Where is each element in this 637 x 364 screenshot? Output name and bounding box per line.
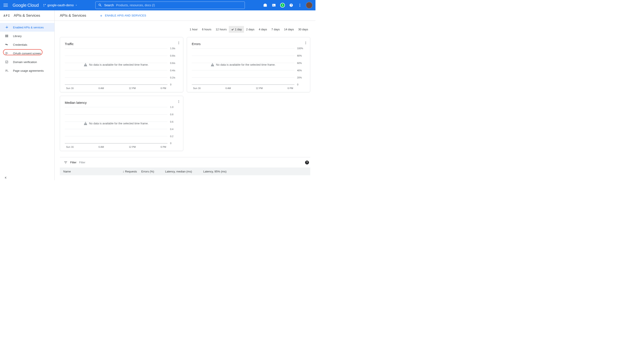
sidebar-item-label: Domain verification: [13, 60, 37, 64]
errors-chart-card: Errors 100% 80% 60% 40% 20% 0 No data is…: [187, 37, 310, 92]
sidebar-item-page-usage[interactable]: Page usage agreements: [0, 66, 54, 75]
time-range-1day[interactable]: 1 day: [229, 26, 244, 33]
sidebar-item-label: Library: [13, 34, 22, 38]
traffic-chart-body: 1.0/s 0.8/s 0.6/s 0.4/s 0.2/s 0 No data …: [65, 48, 178, 89]
help-icon[interactable]: [288, 2, 294, 8]
time-range-1hour[interactable]: 1 hour: [188, 26, 200, 33]
page-title: APIs & Services: [60, 14, 86, 18]
subheader: API APIs & Services APIs & Services ＋ EN…: [0, 10, 316, 21]
global-search[interactable]: Search Products, resources, docs (/): [95, 2, 245, 9]
main-content: 1 hour 6 hours 12 hours 1 day 2 days 4 d…: [54, 21, 316, 180]
latency-chart-card: Median latency 1.0 0.8 0.6 0.4 0.2 0 No …: [60, 96, 183, 151]
api-badge-icon: API: [4, 14, 10, 17]
hamburger-menu-icon[interactable]: [3, 2, 8, 8]
svg-rect-2: [4, 6, 8, 7]
y-tick: 1.0/s: [169, 47, 178, 50]
time-range-label: 4 days: [259, 28, 267, 31]
sidebar-item-enabled-apis[interactable]: Enabled APIs & services: [0, 23, 54, 32]
collapse-sidebar-icon[interactable]: [4, 176, 8, 180]
no-data-message: No data is available for the selected ti…: [65, 63, 168, 66]
chart-menu-icon[interactable]: [177, 41, 180, 45]
x-tick: Sun 16: [193, 87, 201, 90]
time-range-14days[interactable]: 14 days: [282, 26, 296, 33]
enable-apis-button[interactable]: ＋ ENABLE APIS AND SERVICES: [99, 14, 146, 18]
chart-title: Errors: [192, 42, 305, 46]
chevron-down-icon: [75, 4, 78, 6]
search-placeholder: Products, resources, docs (/): [116, 4, 155, 7]
project-selector[interactable]: google-oauth-demo: [43, 4, 78, 7]
time-range-label: 2 days: [246, 28, 254, 31]
col-latency-median[interactable]: Latency, median (ms): [165, 170, 203, 173]
no-data-message: No data is available for the selected ti…: [65, 122, 168, 125]
y-tick: 0.6/s: [169, 62, 178, 64]
library-icon: [5, 34, 9, 38]
more-vert-icon[interactable]: [297, 2, 302, 8]
svg-point-20: [178, 100, 179, 101]
google-cloud-logo[interactable]: Google Cloud: [12, 3, 39, 8]
svg-point-17: [306, 42, 306, 42]
time-range-4days[interactable]: 4 days: [256, 26, 269, 33]
svg-rect-11: [6, 35, 7, 37]
y-tick: 0: [169, 83, 178, 86]
sort-desc-icon: ↓: [123, 170, 124, 173]
filter-placeholder: Filter: [79, 161, 85, 164]
warning-icon: [211, 63, 214, 66]
svg-point-5: [44, 6, 44, 6]
svg-point-22: [178, 102, 179, 103]
topbar: Google Cloud google-oauth-demo Search Pr…: [0, 0, 316, 10]
sidebar-item-oauth-consent[interactable]: OAuth consent screen: [0, 49, 54, 58]
svg-point-3: [44, 4, 44, 5]
chart-menu-icon[interactable]: [177, 100, 180, 103]
time-range-label: 6 hours: [202, 28, 211, 31]
filter-bar[interactable]: Filter Filter ?: [60, 157, 310, 168]
cloud-shell-icon[interactable]: [271, 2, 276, 8]
warning-icon: [84, 63, 87, 66]
col-requests[interactable]: ↓Requests: [112, 170, 137, 173]
y-tick: 0.6: [169, 120, 178, 123]
x-tick: 12 PM: [129, 146, 136, 148]
svg-point-8: [300, 5, 300, 6]
svg-point-7: [300, 4, 300, 4]
time-range-30days[interactable]: 30 days: [296, 26, 310, 33]
x-tick: 12 PM: [256, 87, 263, 90]
y-tick: 40%: [296, 69, 305, 72]
chart-menu-icon[interactable]: [304, 41, 308, 45]
svg-point-4: [45, 4, 46, 5]
account-avatar[interactable]: [306, 2, 312, 8]
y-tick: 0: [296, 83, 305, 86]
y-tick: 0.8: [169, 113, 178, 116]
col-errors[interactable]: Errors (%): [137, 170, 165, 173]
col-latency-95[interactable]: Latency, 95% (ms): [203, 170, 307, 173]
svg-rect-1: [4, 5, 8, 6]
svg-rect-13: [6, 61, 8, 63]
plus-icon: ＋: [99, 14, 103, 18]
time-range-12hours[interactable]: 12 hours: [214, 26, 229, 33]
svg-rect-10: [6, 35, 6, 37]
logo-text-cloud: Cloud: [28, 3, 39, 8]
chart-title: Median latency: [65, 101, 178, 104]
x-tick: 6 AM: [226, 87, 231, 90]
sidebar-item-credentials[interactable]: Credentials: [0, 40, 54, 49]
sidebar-item-label: OAuth consent screen: [13, 52, 41, 55]
gift-icon[interactable]: [262, 2, 268, 8]
time-range-2days[interactable]: 2 days: [244, 26, 256, 33]
sidebar-item-library[interactable]: Library: [0, 32, 54, 40]
traffic-chart-card: Traffic 1.0/s 0.8/s 0.6/s 0.4/s 0.2/s 0 …: [60, 37, 183, 92]
project-icon: [43, 4, 46, 7]
time-range-6hours[interactable]: 6 hours: [200, 26, 214, 33]
search-icon: [98, 3, 102, 7]
sidebar-item-domain-verification[interactable]: Domain verification: [0, 58, 54, 66]
filter-label: Filter: [70, 161, 76, 164]
x-tick: 12 PM: [129, 87, 136, 90]
chart-title: Traffic: [65, 42, 178, 46]
col-name[interactable]: Name: [63, 170, 112, 173]
y-tick: 0.4/s: [169, 69, 178, 72]
help-badge-icon[interactable]: ?: [305, 160, 309, 164]
enable-apis-label: ENABLE APIS AND SERVICES: [105, 14, 146, 17]
time-range-7days[interactable]: 7 days: [269, 26, 282, 33]
notification-badge: 1: [280, 3, 285, 8]
api-table-header: Name ↓Requests Errors (%) Latency, media…: [60, 168, 310, 175]
y-tick: 0.4: [169, 128, 178, 130]
latency-chart-body: 1.0 0.8 0.6 0.4 0.2 0 No data is availab…: [65, 107, 178, 148]
notifications-icon[interactable]: 1: [280, 2, 285, 8]
